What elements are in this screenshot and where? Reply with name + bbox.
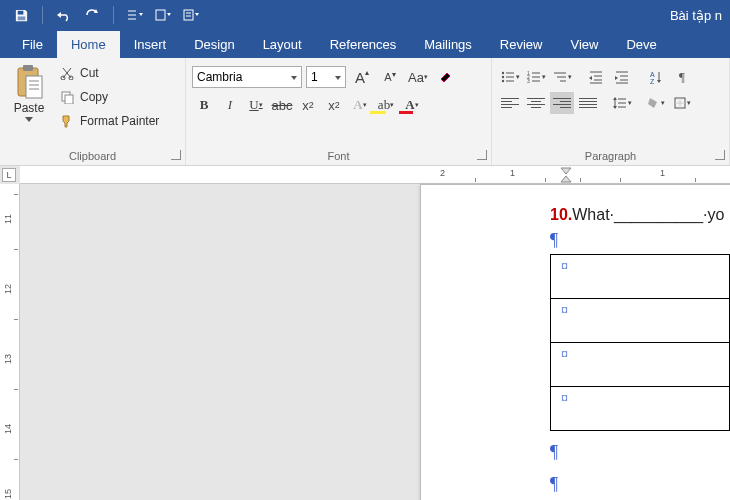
svg-text:2: 2 <box>527 74 530 80</box>
svg-rect-5 <box>23 65 33 71</box>
svg-rect-0 <box>17 10 23 14</box>
tab-file[interactable]: File <box>8 31 57 58</box>
decrease-indent-icon[interactable] <box>584 66 608 88</box>
tab-references[interactable]: References <box>316 31 410 58</box>
shading-icon[interactable]: ▾ <box>644 92 668 114</box>
window-title: Bài tập n <box>670 8 722 23</box>
underline-button[interactable]: U ▾ <box>244 94 268 116</box>
align-center-icon[interactable] <box>524 92 548 114</box>
pilcrow-icon: ¶ <box>550 474 558 495</box>
grow-font-icon[interactable]: A▴ <box>350 66 374 88</box>
group-paragraph: ▾ 123▾ ▾ AZ ¶ ▾ ▾ ▾ Para <box>492 58 730 165</box>
copy-button[interactable]: Copy <box>56 86 163 108</box>
font-group-label: Font <box>192 148 485 165</box>
svg-point-13 <box>502 80 504 82</box>
paragraph-group-label: Paragraph <box>498 148 723 165</box>
clear-formatting-icon[interactable] <box>434 66 458 88</box>
table-cell[interactable]: ¤ <box>551 255 730 299</box>
subscript-button[interactable]: x2 <box>296 94 320 116</box>
tab-design[interactable]: Design <box>180 31 248 58</box>
svg-text:3: 3 <box>527 78 530 84</box>
align-right-icon[interactable] <box>550 92 574 114</box>
tab-mailings[interactable]: Mailings <box>410 31 486 58</box>
tab-developer[interactable]: Deve <box>612 31 670 58</box>
separator <box>42 6 43 24</box>
save-icon[interactable] <box>8 2 34 28</box>
table-cell[interactable]: ¤ <box>551 299 730 343</box>
tab-layout[interactable]: Layout <box>249 31 316 58</box>
vertical-ruler[interactable]: 11 12 13 14 15 <box>0 184 20 500</box>
paste-button[interactable]: Paste <box>6 62 52 148</box>
font-dialog-launcher[interactable] <box>477 150 487 160</box>
cut-button[interactable]: Cut <box>56 62 163 84</box>
show-marks-icon[interactable]: ¶ <box>670 66 694 88</box>
highlight-icon[interactable]: ab▾ <box>374 94 398 116</box>
qat-option-3-icon[interactable] <box>178 2 204 28</box>
svg-rect-1 <box>17 16 25 20</box>
group-clipboard: Paste Cut Copy Format Painter Clipboard <box>0 58 186 165</box>
bullets-icon[interactable]: ▾ <box>498 66 522 88</box>
qat-option-1-icon[interactable] <box>122 2 148 28</box>
cut-label: Cut <box>80 66 99 80</box>
document-area[interactable]: 10.What·__________·yo ¶ ¤ ¤ ¤ ¤ ¶ ¶ <box>20 184 730 500</box>
indent-marker-icon[interactable] <box>560 167 572 183</box>
tab-selector[interactable]: L <box>2 168 16 182</box>
group-font: Cambria 1 A▴ A▾ Aa▾ B I U ▾ abc x2 x2 A▾… <box>186 58 492 165</box>
font-color-icon[interactable]: A▾ <box>400 94 424 116</box>
pilcrow-icon: ¶ <box>550 442 558 463</box>
table-cell[interactable]: ¤ <box>551 343 730 387</box>
svg-rect-19 <box>675 98 685 108</box>
svg-rect-6 <box>26 76 42 98</box>
redo-icon[interactable] <box>79 2 105 28</box>
line-spacing-icon[interactable]: ▾ <box>610 92 634 114</box>
svg-rect-2 <box>156 10 165 20</box>
bold-button[interactable]: B <box>192 94 216 116</box>
strikethrough-button[interactable]: abc <box>270 94 294 116</box>
shrink-font-icon[interactable]: A▾ <box>378 66 402 88</box>
svg-text:A: A <box>650 71 655 78</box>
svg-point-12 <box>502 76 504 78</box>
svg-rect-10 <box>65 95 73 104</box>
borders-icon[interactable]: ▾ <box>670 92 694 114</box>
svg-text:1: 1 <box>527 70 530 76</box>
multilevel-list-icon[interactable]: ▾ <box>550 66 574 88</box>
paste-label: Paste <box>14 101 45 115</box>
align-left-icon[interactable] <box>498 92 522 114</box>
format-painter-label: Format Painter <box>80 114 159 128</box>
font-name-selector[interactable]: Cambria <box>192 66 302 88</box>
document-line[interactable]: 10.What·__________·yo <box>550 206 724 224</box>
pilcrow-icon: ¶ <box>550 230 558 251</box>
sort-icon[interactable]: AZ <box>644 66 668 88</box>
tab-review[interactable]: Review <box>486 31 557 58</box>
undo-icon[interactable] <box>51 2 77 28</box>
tab-view[interactable]: View <box>556 31 612 58</box>
svg-rect-3 <box>184 10 193 20</box>
separator <box>113 6 114 24</box>
svg-point-11 <box>502 72 504 74</box>
qat-option-2-icon[interactable] <box>150 2 176 28</box>
ribbon-tabs: File Home Insert Design Layout Reference… <box>0 30 730 58</box>
ribbon: Paste Cut Copy Format Painter Clipboard … <box>0 58 730 166</box>
numbering-icon[interactable]: 123▾ <box>524 66 548 88</box>
change-case-icon[interactable]: Aa▾ <box>406 66 430 88</box>
table-cell[interactable]: ¤ <box>551 387 730 431</box>
italic-button[interactable]: I <box>218 94 242 116</box>
clipboard-dialog-launcher[interactable] <box>171 150 181 160</box>
font-size-selector[interactable]: 1 <box>306 66 346 88</box>
superscript-button[interactable]: x2 <box>322 94 346 116</box>
justify-icon[interactable] <box>576 92 600 114</box>
tab-insert[interactable]: Insert <box>120 31 181 58</box>
tab-home[interactable]: Home <box>57 31 120 58</box>
clipboard-group-label: Clipboard <box>6 148 179 165</box>
quick-access-toolbar <box>8 2 204 28</box>
svg-text:Z: Z <box>650 78 655 84</box>
horizontal-ruler[interactable]: 2 1 1 <box>20 166 730 184</box>
increase-indent-icon[interactable] <box>610 66 634 88</box>
copy-label: Copy <box>80 90 108 104</box>
format-painter-button[interactable]: Format Painter <box>56 110 163 132</box>
title-bar: Bài tập n <box>0 0 730 30</box>
text-effects-icon[interactable]: A▾ <box>348 94 372 116</box>
paragraph-dialog-launcher[interactable] <box>715 150 725 160</box>
document-table[interactable]: ¤ ¤ ¤ ¤ <box>550 254 730 431</box>
